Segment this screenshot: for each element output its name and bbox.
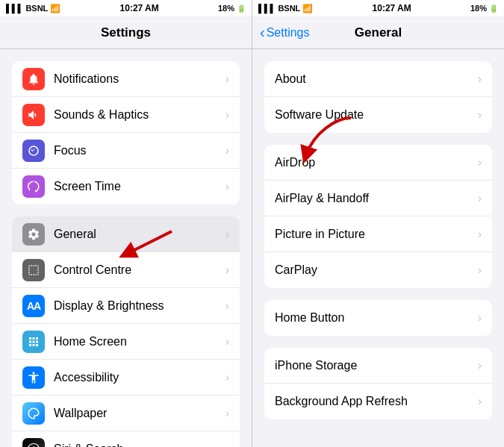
settings-item-notifications[interactable]: Notifications › (12, 61, 240, 97)
right-section-3: Home Button › (252, 300, 504, 336)
sounds-chevron: › (225, 108, 229, 122)
accessibility-label: Accessibility (54, 371, 225, 384)
wallpaper-icon (22, 402, 45, 425)
screentime-icon (22, 175, 45, 198)
sounds-label: Sounds & Haptics (54, 108, 225, 122)
settings-item-focus[interactable]: Focus › (12, 133, 240, 169)
accessibility-icon (22, 366, 45, 389)
right-time-label: 10:27 AM (373, 3, 411, 13)
general-item-iphone-storage[interactable]: iPhone Storage › (264, 348, 492, 384)
siri-label: Siri & Search (54, 443, 225, 447)
general-item-home-button[interactable]: Home Button › (264, 300, 492, 336)
airplay-handoff-chevron: › (478, 192, 482, 205)
left-panel: ▌▌▌ BSNL 📶 10:27 AM 18% 🔋 Settings (0, 0, 252, 447)
home-screen-chevron: › (225, 335, 229, 348)
focus-label: Focus (54, 144, 225, 157)
home-screen-label: Home Screen (54, 335, 225, 348)
left-section-1: Notifications › Sounds & Haptics › (0, 61, 252, 204)
about-chevron: › (478, 72, 482, 86)
back-chevron-icon: ‹ (260, 24, 265, 41)
general-chevron: › (225, 228, 229, 241)
notifications-label: Notifications (54, 72, 225, 86)
notifications-chevron: › (225, 72, 229, 86)
back-button[interactable]: ‹ Settings (260, 25, 309, 41)
right-list-3: Home Button › (264, 300, 492, 336)
status-left: ▌▌▌ BSNL 📶 (6, 4, 60, 13)
right-section-2: AirDrop › AirPlay & Handoff › Picture in… (252, 145, 504, 288)
left-nav-title: Settings (101, 25, 151, 40)
general-icon (22, 223, 45, 246)
accessibility-chevron: › (225, 371, 229, 384)
pip-label: Picture in Picture (275, 228, 478, 241)
right-status-right: 18% 🔋 (470, 4, 498, 13)
settings-item-accessibility[interactable]: Accessibility › (12, 360, 240, 396)
notifications-icon (22, 68, 45, 90)
right-wifi-icon: 📶 (302, 4, 313, 13)
focus-icon (22, 140, 45, 162)
left-nav-bar: Settings (0, 16, 252, 49)
right-battery-icon: 🔋 (489, 4, 498, 13)
time-label: 10:27 AM (120, 3, 159, 13)
carplay-label: CarPlay (275, 263, 478, 277)
right-nav-bar: ‹ Settings General (252, 16, 504, 49)
wallpaper-chevron: › (225, 407, 229, 420)
wallpaper-label: Wallpaper (54, 407, 225, 420)
home-button-label: Home Button (275, 311, 478, 325)
left-list-2: General › Control Centre › AA Display & … (12, 216, 240, 447)
battery-icon: 🔋 (237, 4, 246, 13)
general-item-airplay-handoff[interactable]: AirPlay & Handoff › (264, 181, 492, 216)
settings-item-wallpaper[interactable]: Wallpaper › (12, 396, 240, 431)
pip-chevron: › (478, 228, 482, 241)
right-list-2: AirDrop › AirPlay & Handoff › Picture in… (264, 145, 492, 288)
settings-item-siri[interactable]: Siri & Search › (12, 431, 240, 447)
general-item-background-refresh[interactable]: Background App Refresh › (264, 384, 492, 419)
left-list-1: Notifications › Sounds & Haptics › (12, 61, 240, 204)
sounds-icon (22, 104, 45, 126)
settings-item-display[interactable]: AA Display & Brightness › (12, 288, 240, 324)
software-update-chevron: › (478, 108, 482, 122)
screentime-label: Screen Time (54, 180, 225, 193)
display-icon: AA (22, 295, 45, 317)
settings-item-screentime[interactable]: Screen Time › (12, 169, 240, 204)
general-item-picture-in-picture[interactable]: Picture in Picture › (264, 216, 492, 252)
home-screen-icon (22, 331, 45, 353)
right-list-1: About › Software Update › (264, 61, 492, 133)
status-right: 18% 🔋 (218, 4, 246, 13)
right-status-bar: ▌▌▌ BSNL 📶 10:27 AM 18% 🔋 (252, 0, 504, 16)
control-centre-chevron: › (225, 263, 229, 277)
right-scroll[interactable]: About › Software Update › AirDrop › (252, 49, 504, 447)
signal-icon: ▌▌▌ (6, 4, 23, 13)
general-item-software-update[interactable]: Software Update › (264, 97, 492, 133)
right-nav-title: General (355, 25, 402, 40)
left-scroll[interactable]: Notifications › Sounds & Haptics › (0, 49, 252, 447)
focus-chevron: › (225, 144, 229, 157)
wifi-icon: 📶 (50, 4, 60, 13)
general-item-about[interactable]: About › (264, 61, 492, 97)
iphone-storage-chevron: › (478, 359, 482, 372)
right-carrier-label: BSNL (278, 4, 300, 13)
settings-item-sounds[interactable]: Sounds & Haptics › (12, 97, 240, 133)
control-centre-icon (22, 259, 45, 281)
settings-item-home-screen[interactable]: Home Screen › (12, 324, 240, 360)
settings-item-control-centre[interactable]: Control Centre › (12, 252, 240, 288)
software-update-label: Software Update (275, 108, 478, 122)
home-button-chevron: › (478, 311, 482, 325)
right-section-1: About › Software Update › (252, 61, 504, 133)
siri-icon (22, 438, 45, 447)
carrier-label: BSNL (25, 4, 48, 13)
background-refresh-label: Background App Refresh (275, 395, 478, 408)
carplay-chevron: › (478, 263, 482, 277)
background-refresh-chevron: › (478, 395, 482, 408)
airdrop-chevron: › (478, 156, 482, 169)
app-container: ▌▌▌ BSNL 📶 10:27 AM 18% 🔋 Settings (0, 0, 504, 447)
settings-item-general[interactable]: General › (12, 216, 240, 252)
display-label: Display & Brightness (54, 299, 225, 313)
right-panel: ▌▌▌ BSNL 📶 10:27 AM 18% 🔋 ‹ Settings Gen… (252, 0, 504, 447)
battery-percent: 18% (218, 4, 234, 13)
iphone-storage-label: iPhone Storage (275, 359, 478, 372)
general-label: General (54, 228, 225, 241)
general-item-airdrop[interactable]: AirDrop › (264, 145, 492, 181)
about-label: About (275, 72, 478, 86)
general-item-carplay[interactable]: CarPlay › (264, 252, 492, 288)
right-section-4: iPhone Storage › Background App Refresh … (252, 348, 504, 419)
